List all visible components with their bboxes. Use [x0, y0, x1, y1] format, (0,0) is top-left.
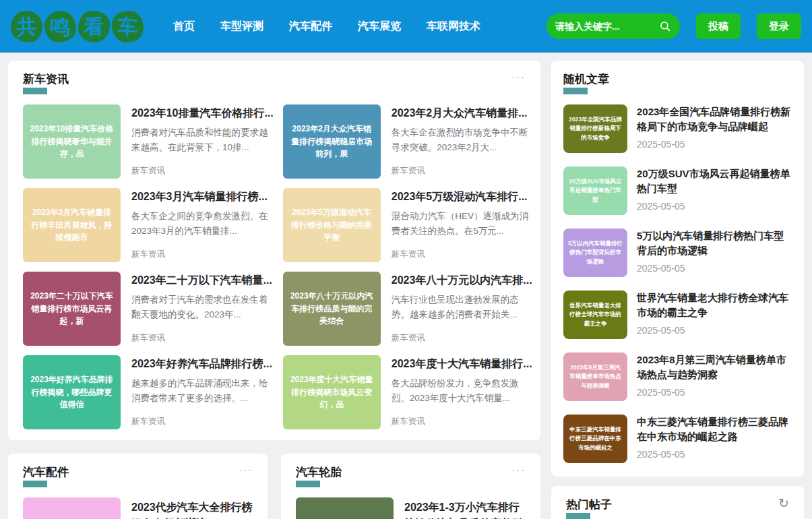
logo-char: 车 [111, 9, 144, 42]
article-title[interactable]: 2023年全国汽车品牌销量排行榜新格局下的市场竞争与品牌崛起 [637, 104, 792, 134]
bottom-sections: 汽车配件 ··· 2023代步汽车大全排行榜绿色出行新潮流 汽车轮胎 ··· [8, 454, 540, 519]
article-title[interactable]: 2023年1-3万小汽车排行榜性价比与品质的完美融合 [404, 499, 526, 519]
parts-section: 汽车配件 ··· 2023代步汽车大全排行榜绿色出行新潮流 [8, 454, 268, 519]
title-underline [563, 88, 588, 94]
article-title[interactable]: 2023年10排量汽车价格排行... [131, 106, 274, 121]
search-bar[interactable] [546, 13, 680, 39]
article-category[interactable]: 新车资讯 [392, 332, 532, 346]
nav-item-reviews[interactable]: 车型评测 [220, 20, 263, 34]
title-underline [296, 481, 320, 487]
article-category[interactable]: 新车资讯 [392, 165, 532, 179]
article-title[interactable]: 2023年8月第三周汽车销量榜单市场热点与趋势洞察 [637, 353, 792, 382]
main-column: 新车资讯 ··· 2023年10排量汽车价格排行榜揭晓奢华与能并存，品 2023… [8, 61, 540, 519]
article-info: 2023年好养汽车品牌排行榜... 越来越多的汽车品牌涌现出来，给消费者带来了更… [121, 355, 274, 429]
article-thumbnail[interactable]: 世界汽车销量老大排行榜全球汽车市场的霸主之争 [563, 291, 627, 339]
article-info: 2023年3月汽车销量排行榜... 各大车企之间的竞争愈发激烈。在2023年3月… [121, 188, 274, 262]
sidebar-article[interactable]: 20万级SUV市场风云再起销量榜单热门车型 20万级SUV市场风云再起销量榜单热… [563, 166, 792, 215]
sidebar: 随机文章 2023年全国汽车品牌销量排行榜新格局下的市场竞争 2023年全国汽车… [551, 61, 804, 519]
article-excerpt: 越来越多的汽车品牌涌现出来，给消费者带来了更多的选择。... [131, 376, 274, 406]
page-content: 新车资讯 ··· 2023年10排量汽车价格排行榜揭晓奢华与能并存，品 2023… [0, 53, 812, 519]
tires-section: 汽车轮胎 ··· 2023年1-3万小汽车排行榜性价比与品质的完美融合 [281, 454, 540, 519]
login-button[interactable]: 登录 [757, 13, 801, 39]
article-title[interactable]: 2023代步汽车大全排行榜绿色出行新潮流 [131, 499, 253, 519]
article-info: 2023年度十大汽车销量排行... 各大品牌纷纷发力，竞争愈发激烈。2023年度… [381, 355, 532, 429]
sidebar-article[interactable]: 2023年全国汽车品牌销量排行榜新格局下的市场竞争 2023年全国汽车品牌销量排… [563, 104, 792, 153]
search-button[interactable] [659, 20, 671, 32]
nav-item-expo[interactable]: 汽车展览 [358, 20, 401, 34]
sidebar-article[interactable]: 世界汽车销量老大排行榜全球汽车市场的霸主之争 世界汽车销量老大排行榜全球汽车市场… [563, 291, 792, 339]
article-excerpt: 各大车企之间的竞争愈发激烈。在2023年3月的汽车销量排... [131, 209, 274, 239]
article-thumbnail[interactable]: 2023年5万级混动汽车排行榜价格与能的完美平衡 [283, 188, 381, 262]
article-category[interactable]: 新车资讯 [131, 165, 274, 179]
article-title[interactable]: 世界汽车销量老大排行榜全球汽车市场的霸主之争 [637, 291, 792, 320]
article-category[interactable]: 新车资讯 [392, 416, 532, 429]
article-thumbnail[interactable]: 2023年3月汽车销量排行榜丰田再展雄风，持续领跑市 [23, 188, 121, 262]
article-title[interactable]: 2023年好养汽车品牌排行榜... [131, 357, 274, 371]
section-title-parts: 汽车配件 [23, 464, 69, 487]
article-thumbnail[interactable] [296, 497, 394, 519]
article-card[interactable]: 2023年八十万元以内汽车排行榜品质与能的完美结合 2023年八十万元以内汽车排… [283, 272, 532, 346]
article-thumbnail[interactable]: 中东三菱汽车销量排行榜三菱品牌在中东市场的崛起之 [563, 415, 627, 463]
article-category[interactable]: 新车资讯 [131, 416, 274, 429]
article-title[interactable]: 2023年八十万元以内汽车排... [392, 274, 532, 288]
search-icon [659, 20, 671, 32]
article-thumbnail[interactable]: 2023年全国汽车品牌销量排行榜新格局下的市场竞争 [563, 104, 627, 153]
nav-item-parts[interactable]: 汽车配件 [289, 20, 332, 34]
article-title[interactable]: 2023年3月汽车销量排行榜... [131, 190, 274, 204]
article-date: 2025-05-05 [637, 263, 792, 274]
article-title[interactable]: 2023年2月大众汽车销量排... [392, 106, 532, 121]
article-card[interactable]: 2023年10排量汽车价格排行榜揭晓奢华与能并存，品 2023年10排量汽车价格… [23, 104, 274, 179]
article-card[interactable]: 2023年3月汽车销量排行榜丰田再展雄风，持续领跑市 2023年3月汽车销量排行… [23, 188, 274, 262]
title-underline [23, 481, 47, 487]
article-card[interactable]: 2023年1-3万小汽车排行榜性价比与品质的完美融合 [296, 497, 526, 519]
article-title[interactable]: 2023年二十万以下汽车销量... [131, 274, 274, 288]
article-info: 5万以内汽车销量排行榜热门车型背后的市场逻辑 2025-05-05 [627, 228, 792, 277]
article-thumbnail[interactable]: 2023年10排量汽车价格排行榜揭晓奢华与能并存，品 [23, 104, 121, 179]
sidebar-article[interactable]: 2023年8月第三周汽车销量榜单市场热点与趋势洞察 2023年8月第三周汽车销量… [563, 353, 792, 401]
article-title[interactable]: 2023年5万级混动汽车排行... [392, 190, 532, 204]
refresh-icon[interactable]: ↻ [778, 497, 789, 510]
article-card[interactable]: 2023年二十万以下汽车销量排行榜市场风云再起，新 2023年二十万以下汽车销量… [23, 272, 274, 346]
article-info: 2023年10排量汽车价格排行... 消费者对汽车品质和性能的要求越来越高。在此… [121, 104, 274, 179]
section-title-random: 随机文章 [563, 71, 609, 94]
article-card[interactable]: 2023年5万级混动汽车排行榜价格与能的完美平衡 2023年5万级混动汽车排行.… [283, 188, 532, 262]
section-menu-icon[interactable]: ··· [511, 71, 526, 82]
article-card[interactable]: 2023年2月大众汽车销量排行榜揭晓稳居市场前列，展 2023年2月大众汽车销量… [283, 104, 532, 179]
article-thumbnail[interactable]: 2023年度十大汽车销量排行榜揭晓市场风云变幻，品 [283, 355, 381, 429]
section-menu-icon[interactable]: ··· [239, 464, 253, 475]
article-thumbnail[interactable]: 2023年2月大众汽车销量排行榜揭晓稳居市场前列，展 [283, 104, 381, 179]
article-thumbnail[interactable]: 2023年二十万以下汽车销量排行榜市场风云再起，新 [23, 272, 121, 346]
article-date: 2025-05-05 [637, 449, 792, 460]
article-category[interactable]: 新车资讯 [131, 332, 274, 346]
article-card[interactable]: 2023年好养汽车品牌排行榜揭晓，哪些品牌更值得信 2023年好养汽车品牌排行榜… [23, 355, 274, 429]
article-thumbnail[interactable]: 2023年八十万元以内汽车排行榜品质与能的完美结合 [283, 272, 381, 346]
sidebar-article[interactable]: 5万以内汽车销量排行榜热门车型背后的市场逻辑 5万以内汽车销量排行榜热门车型背后… [563, 228, 792, 277]
article-thumbnail[interactable]: 5万以内汽车销量排行榜热门车型背后的市场逻辑 [563, 228, 627, 277]
article-date: 2025-05-05 [637, 201, 792, 212]
article-title[interactable]: 中东三菱汽车销量排行榜三菱品牌在中东市场的崛起之路 [637, 415, 792, 444]
article-title[interactable]: 5万以内汽车销量排行榜热门车型背后的市场逻辑 [637, 228, 792, 258]
article-info: 2023年5万级混动汽车排行... 混合动力汽车（HEV）逐渐成为消费者关注的热… [381, 188, 532, 262]
article-thumbnail[interactable] [23, 497, 121, 519]
search-input[interactable] [555, 21, 659, 32]
section-menu-icon[interactable]: ··· [511, 464, 526, 475]
article-card[interactable]: 2023年度十大汽车销量排行榜揭晓市场风云变幻，品 2023年度十大汽车销量排行… [283, 355, 532, 429]
article-excerpt: 混合动力汽车（HEV）逐渐成为消费者关注的热点。在5万元... [392, 209, 532, 239]
article-category[interactable]: 新车资讯 [392, 249, 532, 262]
nav-item-home[interactable]: 首页 [173, 20, 195, 34]
article-title[interactable]: 2023年度十大汽车销量排行... [392, 357, 532, 371]
site-logo[interactable]: 共 鸣 看 车 [11, 11, 144, 42]
submit-post-button[interactable]: 投稿 [696, 13, 741, 39]
article-date: 2025-05-05 [637, 139, 792, 150]
article-thumbnail[interactable]: 20万级SUV市场风云再起销量榜单热门车型 [563, 166, 627, 215]
article-title[interactable]: 20万级SUV市场风云再起销量榜单热门车型 [637, 166, 792, 196]
article-excerpt: 各大品牌纷纷发力，竞争愈发激烈。2023年度十大汽车销量... [392, 376, 532, 406]
article-info: 2023年二十万以下汽车销量... 消费者对于汽车的需求也在发生着翻天覆地的变化… [121, 272, 274, 346]
nav-item-telematics[interactable]: 车联网技术 [427, 20, 480, 34]
article-thumbnail[interactable]: 2023年8月第三周汽车销量榜单市场热点与趋势洞察 [563, 353, 627, 401]
article-category[interactable]: 新车资讯 [131, 249, 274, 262]
sidebar-article[interactable]: 中东三菱汽车销量排行榜三菱品牌在中东市场的崛起之 中东三菱汽车销量排行榜三菱品牌… [563, 415, 792, 463]
logo-char: 鸣 [44, 10, 77, 43]
article-thumbnail[interactable]: 2023年好养汽车品牌排行榜揭晓，哪些品牌更值得信 [23, 355, 121, 429]
article-card[interactable]: 2023代步汽车大全排行榜绿色出行新潮流 [23, 497, 253, 519]
